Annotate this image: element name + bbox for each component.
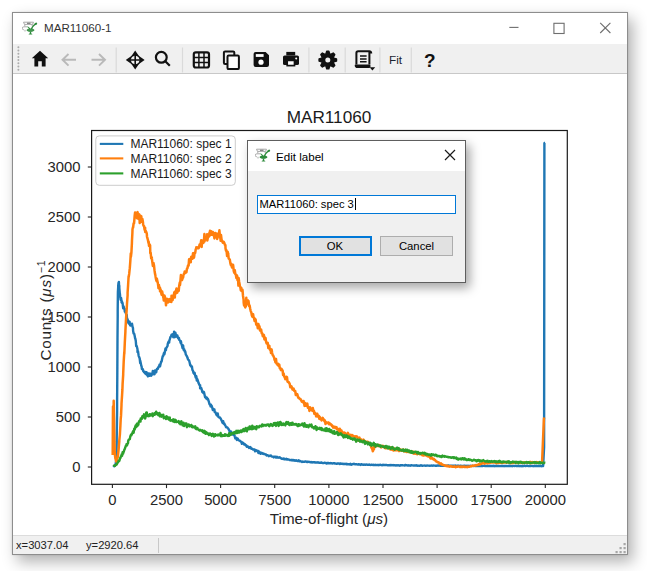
svg-text:10000: 10000 [308, 492, 349, 508]
svg-text:2500: 2500 [48, 209, 81, 225]
svg-text:3000: 3000 [48, 159, 81, 175]
svg-text:0: 0 [72, 459, 80, 475]
svg-text:20000: 20000 [525, 492, 566, 508]
svg-text:7500: 7500 [258, 492, 291, 508]
svg-text:2000: 2000 [48, 259, 81, 275]
svg-text:12500: 12500 [362, 492, 403, 508]
svg-text:2500: 2500 [150, 492, 183, 508]
svg-text:MAR11060: spec 1: MAR11060: spec 1 [130, 137, 231, 151]
svg-text:MAR11060: MAR11060 [287, 107, 372, 127]
svg-text:5000: 5000 [204, 492, 237, 508]
svg-text:15000: 15000 [417, 492, 458, 508]
svg-text:MAR11060: spec 2: MAR11060: spec 2 [130, 152, 231, 166]
svg-text:0: 0 [108, 492, 116, 508]
svg-text:Counts (μs)−1: Counts (μs)−1 [35, 260, 53, 361]
svg-text:Time-of-flight (μs): Time-of-flight (μs) [270, 510, 388, 527]
svg-text:17500: 17500 [471, 492, 512, 508]
svg-text:500: 500 [56, 409, 81, 425]
svg-text:MAR11060: spec 3: MAR11060: spec 3 [130, 167, 231, 181]
